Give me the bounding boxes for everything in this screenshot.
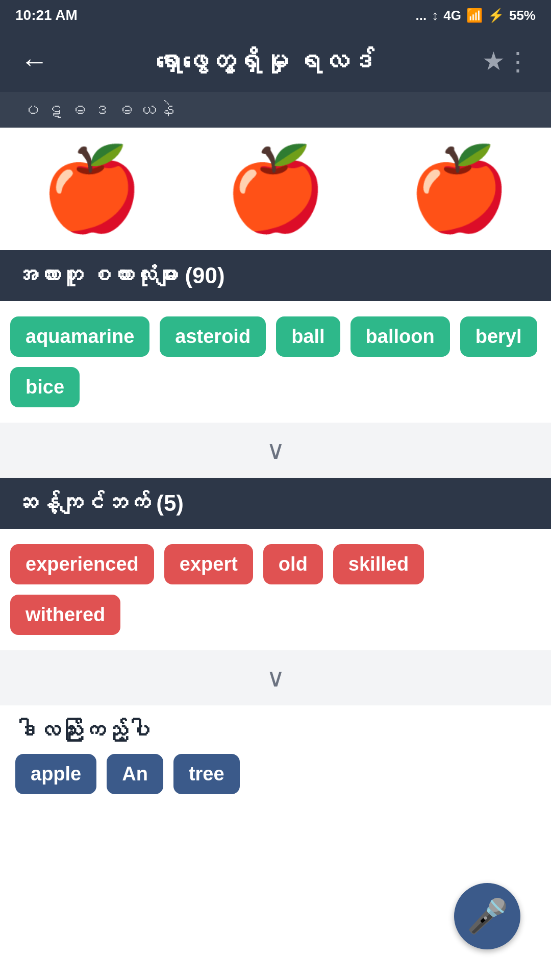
tag-apple[interactable]: apple	[15, 754, 96, 794]
related-tags-container: aquamarine asteroid ball balloon beryl b…	[0, 301, 551, 423]
tag-withered[interactable]: withered	[10, 595, 120, 635]
synonym-tags-container: experienced expert old skilled withered	[0, 529, 551, 650]
tag-experienced[interactable]: experienced	[10, 544, 154, 584]
tag-aquamarine[interactable]: aquamarine	[10, 316, 149, 357]
tag-balloon[interactable]: balloon	[350, 316, 450, 357]
battery-bolt: ⚡	[488, 8, 504, 23]
status-icons: ... ↕ 4G 📶 ⚡ 55%	[416, 8, 536, 23]
battery-percent: 55%	[509, 8, 536, 23]
tag-beryl[interactable]: beryl	[460, 316, 537, 357]
signal-dots: ...	[416, 8, 427, 23]
related-section-title: အလားတူ စကားလုံးများ (90)	[15, 263, 225, 288]
mic-icon: 🎤	[467, 897, 508, 936]
tag-tree[interactable]: tree	[173, 754, 240, 794]
tag-asteroid[interactable]: asteroid	[160, 316, 266, 357]
synonym-expand-row[interactable]: ∨	[0, 650, 551, 705]
tag-bice[interactable]: bice	[10, 367, 80, 407]
related-section-header: အလားတူ စကားလုံးများ (90)	[0, 250, 551, 301]
status-bar: 10:21 AM ... ↕ 4G 📶 ⚡ 55%	[0, 0, 551, 31]
synonym-expand-icon[interactable]: ∨	[266, 663, 285, 693]
back-button[interactable]: ←	[20, 45, 48, 78]
tag-expert[interactable]: expert	[164, 544, 253, 584]
app-header: ← ရှာဖွေတွေ့ရှိမှု ရလဒ် ★ ⋮	[0, 31, 551, 92]
tag-an[interactable]: An	[107, 754, 163, 794]
apple-icon-2: 🍎	[224, 148, 327, 230]
network-type: 4G	[443, 8, 461, 23]
sub-header: ပ ဋ ဓ ဒ ဓ ယနဲ	[0, 92, 551, 128]
synonym-section-title: ဆန့်ကျင်ဘက် (5)	[15, 491, 184, 516]
apple-section: 🍎 🍎 🍎	[0, 128, 551, 250]
related-expand-icon[interactable]: ∨	[266, 435, 285, 465]
apple-icon-1: 🍎	[41, 148, 143, 230]
bottom-tags-container: apple An tree	[15, 754, 536, 804]
bottom-section: ဒါလည်းကြည့်ပါ apple An tree	[0, 705, 551, 815]
mic-button[interactable]: 🎤	[454, 883, 520, 949]
tag-skilled[interactable]: skilled	[333, 544, 424, 584]
page-title: ရှာဖွေတွေ့ရှိမှု ရလဒ်	[48, 46, 482, 77]
signal-bars-2: 📶	[466, 8, 483, 23]
star-button[interactable]: ★	[482, 46, 505, 76]
related-expand-row[interactable]: ∨	[0, 423, 551, 478]
status-time: 10:21 AM	[15, 7, 78, 23]
synonym-section-header: ဆန့်ကျင်ဘက် (5)	[0, 478, 551, 529]
menu-button[interactable]: ⋮	[505, 46, 531, 76]
sub-header-text: ပ ဋ ဓ ဒ ဓ ယနဲ	[20, 99, 174, 120]
apple-icon-3: 🍎	[408, 148, 510, 230]
bottom-section-title: ဒါလည်းကြည့်ပါ	[15, 718, 536, 744]
tag-ball[interactable]: ball	[276, 316, 340, 357]
tag-old[interactable]: old	[263, 544, 323, 584]
signal-bars: ↕	[432, 8, 438, 23]
